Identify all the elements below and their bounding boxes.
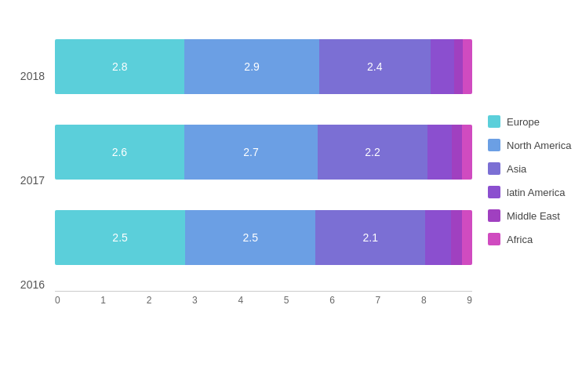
legend-item-europe: Europe — [488, 115, 574, 128]
y-label-2017: 2017 — [20, 174, 51, 187]
x-tick-2: 2 — [147, 295, 152, 306]
legend-label-middleeast: Middle East — [507, 210, 560, 222]
x-axis-ticks: 0 1 2 3 4 5 6 7 8 9 — [55, 292, 472, 306]
legend-label-europe: Europe — [507, 116, 540, 128]
segment-2016-middleeast — [451, 210, 461, 265]
segment-2017-northamerica: 2.7 — [184, 125, 318, 180]
segment-2018-africa — [463, 39, 472, 94]
y-axis-labels: 2018 2017 2016 — [8, 24, 51, 337]
segment-2017-europe: 2.6 — [55, 125, 184, 180]
segment-2017-asia: 2.2 — [318, 125, 427, 180]
bar-row-2016: 2.5 2.5 2.1 — [55, 202, 472, 273]
x-tick-9: 9 — [467, 295, 472, 306]
x-tick-0: 0 — [55, 295, 60, 306]
bar-2017: 2.6 2.7 2.2 — [55, 125, 472, 180]
bars-area: 2.8 2.9 2.4 2.6 — [55, 16, 472, 288]
x-tick-4: 4 — [238, 295, 243, 306]
legend-item-middleeast: Middle East — [488, 209, 574, 222]
x-axis: 0 1 2 3 4 5 6 7 8 9 — [55, 291, 472, 306]
legend-label-northamerica: North America — [507, 140, 571, 151]
legend-item-northamerica: North America — [488, 139, 574, 151]
x-tick-7: 7 — [376, 295, 381, 306]
legend-label-asia: Asia — [507, 163, 526, 175]
legend-item-africa: Africa — [488, 233, 574, 245]
bar-row-2017: 2.6 2.7 2.2 — [55, 117, 472, 187]
bar-row-2018: 2.8 2.9 2.4 — [55, 31, 472, 102]
x-tick-1: 1 — [100, 295, 106, 306]
x-tick-5: 5 — [284, 295, 289, 306]
legend-label-latinamerica: latin America — [507, 187, 565, 198]
x-tick-3: 3 — [192, 295, 198, 306]
legend-color-northamerica — [488, 139, 500, 151]
chart-container: 2018 2017 2016 2.8 2.9 2.4 — [0, 0, 582, 392]
y-label-2016: 2016 — [20, 278, 51, 291]
segment-2016-latinamerica — [425, 210, 451, 265]
segment-2018-europe: 2.8 — [55, 39, 184, 94]
bar-2018: 2.8 2.9 2.4 — [55, 39, 472, 94]
legend-color-asia — [488, 162, 500, 175]
x-tick-8: 8 — [421, 295, 427, 306]
segment-2016-asia: 2.1 — [315, 210, 425, 265]
segment-2018-latinamerica — [431, 39, 454, 94]
segment-2016-africa — [462, 210, 472, 265]
legend-color-africa — [488, 233, 500, 245]
segment-2017-africa — [462, 125, 472, 180]
segment-2018-northamerica: 2.9 — [184, 39, 318, 94]
legend-color-middleeast — [488, 209, 500, 222]
segment-2017-latinamerica — [427, 125, 453, 180]
x-tick-6: 6 — [329, 295, 335, 306]
segment-2018-asia: 2.4 — [319, 39, 431, 94]
legend-label-africa: Africa — [507, 234, 533, 245]
segment-2016-europe: 2.5 — [55, 210, 185, 265]
y-label-2018: 2018 — [20, 70, 51, 82]
legend: Europe North America Asia latin America … — [472, 115, 574, 245]
segment-2018-middleeast — [454, 39, 464, 94]
legend-item-latinamerica: latin America — [488, 186, 574, 198]
legend-item-asia: Asia — [488, 162, 574, 175]
bar-2016: 2.5 2.5 2.1 — [55, 210, 472, 265]
legend-color-europe — [488, 115, 500, 128]
segment-2017-middleeast — [452, 125, 462, 180]
legend-color-latinamerica — [488, 186, 500, 198]
segment-2016-northamerica: 2.5 — [185, 210, 315, 265]
